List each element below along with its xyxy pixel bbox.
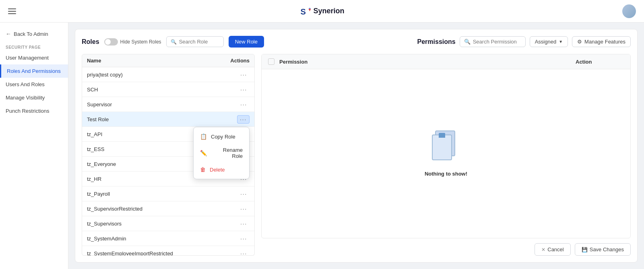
layout: ← Back To Admin SECURITY PAGE User Manag… <box>0 23 644 269</box>
svg-marker-1 <box>308 9 311 11</box>
role-name: tz_SupervisorRestricted <box>87 206 233 212</box>
role-context-menu-button[interactable]: ··· <box>238 220 250 228</box>
role-name: tz_SystemEmployeeImportRestricted <box>87 250 233 256</box>
empty-state-message: Nothing to show! <box>425 171 467 177</box>
role-actions: ··· <box>233 101 250 108</box>
hamburger-button[interactable] <box>8 8 16 14</box>
app-logo: S Synerion <box>299 6 344 17</box>
toolbar-right: Permissions 🔍 Assigned ▼ ⚙ Manage Featur… <box>417 36 631 47</box>
toolbar-left: Roles Hide System Roles 🔍 New Role <box>82 36 413 48</box>
manage-features-button[interactable]: ⚙ Manage Features <box>572 36 631 47</box>
role-actions: ··· <box>233 205 250 212</box>
roles-title: Roles <box>82 38 99 46</box>
role-row[interactable]: priya(test copy)··· <box>82 67 254 82</box>
manage-features-label: Manage Features <box>584 39 625 45</box>
hide-system-roles-label: Hide System Roles <box>120 39 161 45</box>
role-name: Test Role <box>87 116 233 122</box>
permissions-empty-state: Nothing to show! <box>262 69 630 238</box>
roles-table-header: Name Actions <box>82 54 255 67</box>
sidebar-item-user-management[interactable]: User Management <box>0 51 68 64</box>
role-row[interactable]: tz_Supervisors··· <box>82 216 254 231</box>
permissions-table: Permission Action Nothing to show! <box>261 54 631 238</box>
search-role-input[interactable] <box>179 39 219 45</box>
avatar[interactable] <box>622 4 636 18</box>
role-context-menu-button[interactable]: ··· <box>238 235 250 242</box>
role-name: SCH <box>87 87 233 93</box>
clipboard-clip <box>439 133 445 138</box>
perm-col-permission: Permission <box>279 59 571 65</box>
sidebar-item-roles-permissions[interactable]: Roles And Permissions <box>0 64 68 78</box>
menu-item-icon: 🗑 <box>200 166 206 173</box>
permissions-select-all-checkbox[interactable] <box>268 58 275 65</box>
clipboard-front <box>432 134 452 160</box>
sidebar-item-manage-visibility[interactable]: Manage Visibility <box>0 91 68 104</box>
back-to-admin-link[interactable]: ← Back To Admin <box>0 27 68 41</box>
menu-item-icon: ✏️ <box>200 150 207 156</box>
app-title: Synerion <box>313 7 344 15</box>
main-content: Roles Hide System Roles 🔍 New Role Permi… <box>68 23 644 269</box>
role-context-menu-button[interactable]: ··· <box>238 190 250 198</box>
role-name: Supervisor <box>87 101 233 108</box>
role-context-menu-button[interactable]: ··· <box>238 86 250 93</box>
role-context-menu-button[interactable]: ··· <box>237 115 250 124</box>
role-name: priya(test copy) <box>87 72 233 78</box>
new-role-button[interactable]: New Role <box>229 36 264 48</box>
assigned-label: Assigned <box>535 39 556 45</box>
menu-item-icon: 📋 <box>200 133 207 140</box>
back-to-admin-label: Back To Admin <box>14 31 48 37</box>
role-actions: ···📋Copy Role✏️Rename Role🗑Delete <box>233 116 250 123</box>
permissions-title: Permissions <box>417 38 456 46</box>
empty-state-icon <box>432 130 460 163</box>
roles-col-name: Name <box>87 58 217 64</box>
cancel-button[interactable]: ✕ Cancel <box>535 243 570 256</box>
role-name: tz_Payroll <box>87 191 233 197</box>
save-label: Save Changes <box>590 246 624 252</box>
sidebar: ← Back To Admin SECURITY PAGE User Manag… <box>0 23 68 269</box>
permissions-table-header: Permission Action <box>262 54 630 69</box>
role-name: tz_SystemAdmin <box>87 236 233 242</box>
sidebar-item-users-roles[interactable]: Users And Roles <box>0 78 68 91</box>
cancel-label: Cancel <box>547 246 564 252</box>
search-role-input-wrap[interactable]: 🔍 <box>166 36 224 47</box>
role-row[interactable]: Supervisor··· <box>82 97 254 112</box>
gear-icon: ⚙ <box>577 39 582 45</box>
hide-system-roles-toggle[interactable] <box>104 38 118 46</box>
role-context-menu-button[interactable]: ··· <box>238 205 250 213</box>
delete-role-menu-item[interactable]: 🗑Delete <box>194 163 249 176</box>
role-row[interactable]: SCH··· <box>82 82 254 97</box>
sidebar-item-punch-restrictions[interactable]: Punch Restrictions <box>0 104 68 118</box>
role-row[interactable]: tz_SupervisorRestricted··· <box>82 201 254 216</box>
rename-role-menu-item[interactable]: ✏️Rename Role <box>194 143 249 163</box>
search-permission-input-wrap[interactable]: 🔍 <box>460 36 526 47</box>
role-actions: ··· <box>233 86 250 93</box>
search-permission-input[interactable] <box>473 39 521 45</box>
save-changes-button[interactable]: 💾 Save Changes <box>575 243 631 256</box>
menu-item-label: Rename Role <box>211 147 243 159</box>
role-context-menu-button[interactable]: ··· <box>238 71 250 79</box>
svg-marker-2 <box>308 8 311 9</box>
toolbar: Roles Hide System Roles 🔍 New Role Permi… <box>82 36 631 48</box>
role-row[interactable]: tz_SystemEmployeeImportRestricted··· <box>82 246 254 256</box>
bottom-actions: ✕ Cancel 💾 Save Changes <box>261 243 631 256</box>
role-actions: ··· <box>233 235 250 242</box>
role-row[interactable]: tz_SystemAdmin··· <box>82 231 254 246</box>
svg-text:S: S <box>300 7 305 16</box>
search-role-icon: 🔍 <box>171 39 177 45</box>
chevron-down-icon: ▼ <box>559 39 563 44</box>
roles-list: priya(test copy)···SCH···Supervisor···Te… <box>82 67 255 256</box>
back-arrow-icon: ← <box>6 31 11 37</box>
role-context-menu-button[interactable]: ··· <box>238 101 250 108</box>
role-actions: ··· <box>233 71 250 78</box>
menu-item-label: Delete <box>210 167 225 173</box>
content-card: Roles Hide System Roles 🔍 New Role Permi… <box>75 29 638 263</box>
perm-col-action: Action <box>576 59 624 65</box>
role-row[interactable]: tz_Payroll··· <box>82 186 254 201</box>
assigned-filter-button[interactable]: Assigned ▼ <box>530 36 568 47</box>
copy-role-menu-item[interactable]: 📋Copy Role <box>194 130 249 143</box>
roles-panel: Name Actions priya(test copy)···SCH···Su… <box>82 54 255 256</box>
search-permission-icon: 🔍 <box>464 39 471 45</box>
role-context-menu-button[interactable]: ··· <box>238 250 250 256</box>
role-row[interactable]: Test Role···📋Copy Role✏️Rename Role🗑Dele… <box>82 112 254 127</box>
save-icon: 💾 <box>582 247 588 252</box>
role-actions: ··· <box>233 220 250 227</box>
